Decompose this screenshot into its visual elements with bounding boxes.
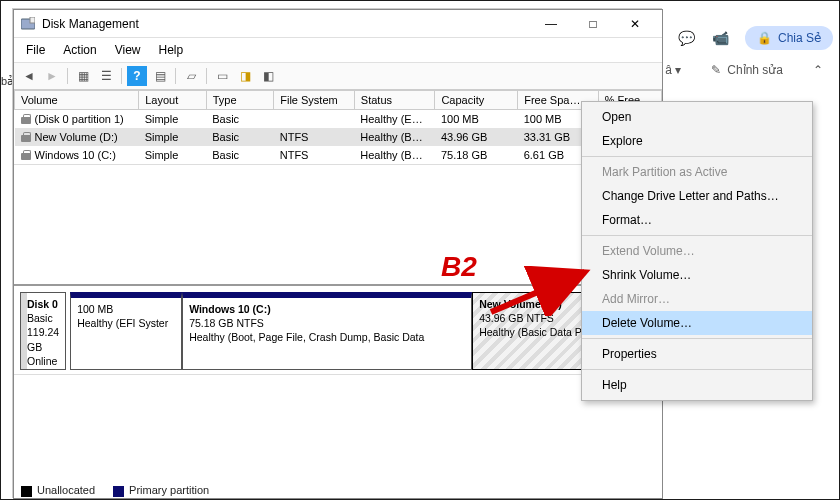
legend: Unallocated Primary partition xyxy=(21,484,209,497)
menu-properties[interactable]: Properties xyxy=(582,342,812,366)
table-row[interactable]: Windows 10 (C:)SimpleBasicNTFSHealthy (B… xyxy=(15,146,662,164)
menu-open[interactable]: Open xyxy=(582,105,812,129)
edit-option[interactable]: â ▾ xyxy=(665,63,681,77)
table-row[interactable]: (Disk 0 partition 1)SimpleBasicHealthy (… xyxy=(15,110,662,129)
col-header[interactable]: File System xyxy=(274,91,355,110)
menu-action[interactable]: Action xyxy=(55,40,104,60)
cell xyxy=(274,110,355,129)
context-menu: Open Explore Mark Partition as Active Ch… xyxy=(581,101,813,401)
cell: Windows 10 (C:) xyxy=(15,146,139,164)
edit-button[interactable]: ✎ Chỉnh sửa xyxy=(711,63,783,77)
menu-help[interactable]: Help xyxy=(582,373,812,397)
disk-size: 119.24 GB xyxy=(27,325,59,353)
col-header[interactable]: Status xyxy=(354,91,435,110)
toolbar: ◄ ► ▦ ☰ ? ▤ ▱ ▭ ◨ ◧ xyxy=(14,63,662,90)
menu-view[interactable]: View xyxy=(107,40,149,60)
menu-add-mirror: Add Mirror… xyxy=(582,287,812,311)
cell: Simple xyxy=(139,110,207,129)
help-icon[interactable]: ? xyxy=(127,66,147,86)
prop-icon[interactable]: ▤ xyxy=(150,66,170,86)
menu-mark-active: Mark Partition as Active xyxy=(582,160,812,184)
cell: (Disk 0 partition 1) xyxy=(15,110,139,129)
table-row[interactable]: New Volume (D:)SimpleBasicNTFSHealthy (B… xyxy=(15,128,662,146)
disk-type: Basic xyxy=(27,311,59,325)
partition[interactable]: Windows 10 (C:)75.18 GB NTFSHealthy (Boo… xyxy=(182,292,472,370)
cell: Basic xyxy=(206,110,274,129)
chevron-up-icon[interactable]: ⌃ xyxy=(813,63,823,77)
share-label: Chia Sẻ xyxy=(778,31,821,45)
col-header[interactable]: Volume xyxy=(15,91,139,110)
cell: Basic xyxy=(206,146,274,164)
disk-b-icon[interactable]: ◨ xyxy=(235,66,255,86)
svg-line-2 xyxy=(491,272,585,312)
cell: 75.18 GB xyxy=(435,146,518,164)
columns-icon[interactable]: ▦ xyxy=(73,66,93,86)
maximize-button[interactable]: □ xyxy=(572,11,614,37)
close-button[interactable]: ✕ xyxy=(614,11,656,37)
disk-name: Disk 0 xyxy=(27,297,59,311)
menu-shrink-volume[interactable]: Shrink Volume… xyxy=(582,263,812,287)
volume-table[interactable]: VolumeLayoutTypeFile SystemStatusCapacit… xyxy=(14,90,662,164)
edit-label: Chỉnh sửa xyxy=(727,63,783,77)
flag-icon[interactable]: ▱ xyxy=(181,66,201,86)
partition[interactable]: 100 MBHealthy (EFI Syster xyxy=(70,292,182,370)
lock-icon: 🔒 xyxy=(757,31,772,45)
menu-delete-volume[interactable]: Delete Volume… xyxy=(582,311,812,335)
svg-rect-1 xyxy=(30,17,35,23)
window-title: Disk Management xyxy=(42,17,530,31)
menu-help[interactable]: Help xyxy=(151,40,192,60)
cell: New Volume (D:) xyxy=(15,128,139,146)
disk-management-window: Disk Management — □ ✕ FileActionViewHelp… xyxy=(13,9,663,499)
legend-primary: Primary partition xyxy=(113,484,209,497)
cell: Simple xyxy=(139,128,207,146)
forward-icon[interactable]: ► xyxy=(42,66,62,86)
disk-c-icon[interactable]: ◧ xyxy=(258,66,278,86)
disk-info[interactable]: Disk 0 Basic 119.24 GB Online xyxy=(20,292,66,370)
cell: Simple xyxy=(139,146,207,164)
col-header[interactable]: Type xyxy=(206,91,274,110)
cell: Healthy (B… xyxy=(354,128,435,146)
legend-unallocated: Unallocated xyxy=(21,484,95,497)
cell: Healthy (E… xyxy=(354,110,435,129)
cell: Healthy (B… xyxy=(354,146,435,164)
menu-extend-volume: Extend Volume… xyxy=(582,239,812,263)
disk-a-icon[interactable]: ▭ xyxy=(212,66,232,86)
col-header[interactable]: Layout xyxy=(139,91,207,110)
disk-state: Online xyxy=(27,354,59,368)
annotation-label: B2 xyxy=(441,251,477,283)
pen-icon: ✎ xyxy=(711,63,721,77)
back-icon[interactable]: ◄ xyxy=(19,66,39,86)
share-button[interactable]: 🔒 Chia Sẻ xyxy=(745,26,833,50)
annotation-arrow xyxy=(489,266,599,316)
col-header[interactable]: Capacity xyxy=(435,91,518,110)
cell: 100 MB xyxy=(435,110,518,129)
cell: Basic xyxy=(206,128,274,146)
cell: 43.96 GB xyxy=(435,128,518,146)
chat-icon[interactable]: 💬 xyxy=(677,28,697,48)
minimize-button[interactable]: — xyxy=(530,11,572,37)
menu-file[interactable]: File xyxy=(18,40,53,60)
app-icon xyxy=(20,16,36,32)
cell: NTFS xyxy=(274,128,355,146)
video-icon[interactable]: 📹 xyxy=(711,28,731,48)
menu-format[interactable]: Format… xyxy=(582,208,812,232)
menu-explore[interactable]: Explore xyxy=(582,129,812,153)
detail-icon[interactable]: ☰ xyxy=(96,66,116,86)
menu-change-letter[interactable]: Change Drive Letter and Paths… xyxy=(582,184,812,208)
cell: NTFS xyxy=(274,146,355,164)
